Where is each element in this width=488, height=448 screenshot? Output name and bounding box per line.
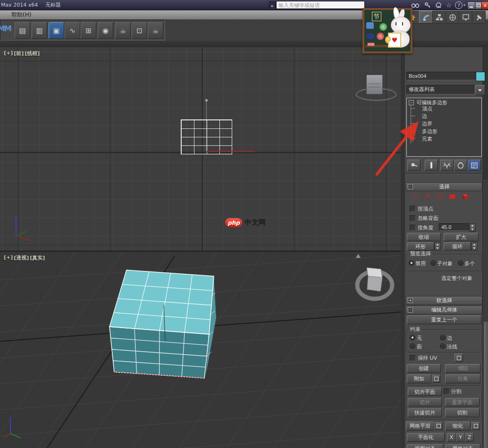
reset-plane-button[interactable]: 重置平面 bbox=[445, 398, 480, 406]
constraint-normal-radio[interactable] bbox=[440, 343, 446, 349]
stack-item-edge[interactable]: 边 bbox=[422, 113, 427, 120]
layer-manager-icon[interactable]: ▤ bbox=[15, 22, 30, 39]
collapse-button[interactable]: 塌陷 bbox=[445, 364, 480, 373]
planar-z-button[interactable]: Z bbox=[465, 433, 474, 442]
viewport-perspective[interactable]: [+] [透视] [真实] bbox=[0, 252, 401, 448]
remove-modifier-icon[interactable] bbox=[454, 160, 467, 171]
restore-button[interactable] bbox=[475, 1, 482, 9]
grow-button[interactable]: 扩大 bbox=[444, 233, 479, 241]
curve-editor-icon[interactable]: ∿ bbox=[65, 22, 80, 39]
viewport-persp-label[interactable]: [+] [透视] [真实] bbox=[4, 254, 45, 262]
rollout-soft-selection-header[interactable]: + 软选择 bbox=[405, 296, 482, 305]
tab-utilities[interactable] bbox=[472, 11, 486, 24]
stack-item-polygon[interactable]: 多边形 bbox=[422, 128, 438, 135]
expand-icon[interactable]: + bbox=[408, 298, 413, 303]
menu-help[interactable]: 帮助(H) bbox=[7, 10, 36, 19]
viewcube-front[interactable] bbox=[366, 75, 383, 94]
preserve-uv-settings-icon[interactable] bbox=[454, 354, 463, 362]
preview-multi-radio[interactable] bbox=[458, 260, 463, 266]
split-checkbox[interactable] bbox=[444, 389, 450, 395]
stack-item-vertex[interactable]: 顶点 bbox=[422, 105, 432, 112]
configure-modifier-sets-icon[interactable] bbox=[468, 160, 481, 171]
viewport-name[interactable]: [透视] bbox=[14, 254, 29, 262]
tessellate-settings-icon[interactable] bbox=[471, 422, 480, 430]
search-input[interactable] bbox=[276, 1, 365, 9]
satellite-icon[interactable] bbox=[434, 1, 443, 9]
modifier-stack[interactable]: - 可编辑多边形 顶点 边 边界 多边形 元素 bbox=[406, 98, 482, 157]
quickslice-button[interactable]: 快速切片 bbox=[408, 408, 442, 417]
attach-settings-icon[interactable] bbox=[432, 375, 440, 383]
object-name-field[interactable] bbox=[406, 72, 476, 80]
detach-button[interactable]: 分离 bbox=[445, 374, 480, 383]
tab-modify[interactable] bbox=[419, 11, 433, 24]
ring-button[interactable]: 环形 bbox=[407, 242, 434, 251]
viewport-shading[interactable]: [真实] bbox=[30, 254, 45, 262]
viewport-front-label[interactable]: [+] [前] [线框] bbox=[4, 50, 40, 57]
schematic-view-icon[interactable]: ⊞ bbox=[81, 22, 96, 39]
slice-plane-button[interactable]: 切片平面 bbox=[408, 388, 442, 396]
wireframe-box-object[interactable] bbox=[181, 119, 232, 154]
make-unique-icon[interactable] bbox=[440, 160, 454, 171]
show-end-result-icon[interactable] bbox=[425, 160, 438, 171]
stack-item-element[interactable]: 元素 bbox=[422, 135, 432, 143]
viewport-front[interactable]: [+] [前] [线框] php 中文网 bbox=[0, 47, 401, 251]
repeat-last-button[interactable]: 重复上一个 bbox=[407, 315, 481, 324]
ring-spinner[interactable] bbox=[434, 242, 441, 251]
create-button[interactable]: 创建 bbox=[407, 364, 441, 373]
loop-spinner[interactable] bbox=[471, 242, 478, 251]
angle-spinner[interactable] bbox=[469, 223, 476, 232]
msmooth-settings-icon[interactable] bbox=[434, 422, 443, 430]
close-button[interactable]: × bbox=[481, 1, 488, 9]
rendered-frame-window-icon[interactable]: ⊡ bbox=[132, 22, 147, 39]
toggle-ribbon-icon[interactable]: ▣ bbox=[49, 22, 64, 39]
preview-subobj-radio[interactable] bbox=[430, 260, 436, 266]
loop-button[interactable]: 循环 bbox=[444, 242, 471, 251]
viewport-shading[interactable]: [线框] bbox=[25, 50, 40, 57]
slice-button[interactable]: 切片 bbox=[408, 398, 442, 406]
tab-display[interactable] bbox=[459, 11, 472, 24]
viewport-menu-plus[interactable]: [+] bbox=[4, 50, 13, 57]
grid-align-button[interactable]: 栅格对齐 bbox=[445, 444, 480, 448]
render-setup-icon[interactable]: ☕ bbox=[115, 22, 131, 39]
minimize-button[interactable] bbox=[467, 1, 475, 9]
panel-scrollbar-thumb[interactable] bbox=[483, 321, 488, 448]
scene-explorer-icon[interactable]: ▥ bbox=[32, 22, 47, 39]
constraint-face-radio[interactable] bbox=[410, 343, 415, 349]
tessellate-button[interactable]: 细化 bbox=[445, 422, 471, 431]
angle-value-field[interactable] bbox=[439, 223, 471, 231]
panel-scrollbar[interactable] bbox=[482, 179, 488, 448]
modifier-list-arrow[interactable] bbox=[475, 85, 485, 95]
constraint-none-radio[interactable] bbox=[410, 335, 415, 340]
viewport-menu-plus[interactable]: [+] bbox=[4, 254, 13, 262]
attach-button[interactable]: 附加 bbox=[407, 374, 431, 383]
selected-edge-red[interactable] bbox=[206, 151, 255, 152]
modifier-list-dropdown[interactable]: 修改器列表 bbox=[406, 85, 475, 94]
make-planar-button[interactable]: 平面化 bbox=[407, 433, 445, 442]
msmooth-button[interactable]: 网格平滑 bbox=[406, 422, 434, 431]
tab-hierarchy[interactable] bbox=[432, 11, 446, 24]
by-vertex-checkbox[interactable] bbox=[410, 206, 416, 212]
preview-disable-radio[interactable] bbox=[409, 260, 414, 266]
material-editor-icon[interactable]: ◉ bbox=[98, 22, 113, 39]
viewport-name[interactable]: [前] bbox=[14, 50, 24, 57]
communicate-key-icon[interactable] bbox=[423, 1, 432, 9]
collapse-icon[interactable]: - bbox=[408, 184, 413, 189]
by-angle-checkbox[interactable] bbox=[410, 225, 416, 231]
border-subobject-icon[interactable] bbox=[436, 193, 444, 202]
render-production-icon[interactable]: ☕ bbox=[148, 22, 163, 39]
toolbar-overflow-button[interactable]: ▸ bbox=[269, 1, 276, 10]
vertex-subobject-icon[interactable] bbox=[412, 193, 420, 202]
preserve-uv-checkbox[interactable] bbox=[410, 355, 416, 361]
constraint-edge-radio[interactable] bbox=[440, 335, 446, 340]
rollout-edit-geometry-header[interactable]: - 编辑几何体 bbox=[405, 305, 482, 314]
element-subobject-icon[interactable] bbox=[461, 193, 469, 202]
help-icon[interactable]: ? ▾ bbox=[454, 1, 466, 9]
stack-item-border[interactable]: 边界 bbox=[422, 120, 432, 127]
favorites-star-icon[interactable]: ☆ bbox=[444, 1, 454, 9]
rollout-selection-header[interactable]: - 选择 bbox=[405, 182, 482, 191]
shrink-button[interactable]: 收缩 bbox=[407, 233, 441, 241]
object-color-swatch[interactable] bbox=[476, 72, 485, 81]
polygon-subobject-icon[interactable] bbox=[448, 193, 456, 202]
tab-motion[interactable] bbox=[446, 11, 459, 24]
edge-subobject-icon[interactable] bbox=[424, 193, 432, 202]
